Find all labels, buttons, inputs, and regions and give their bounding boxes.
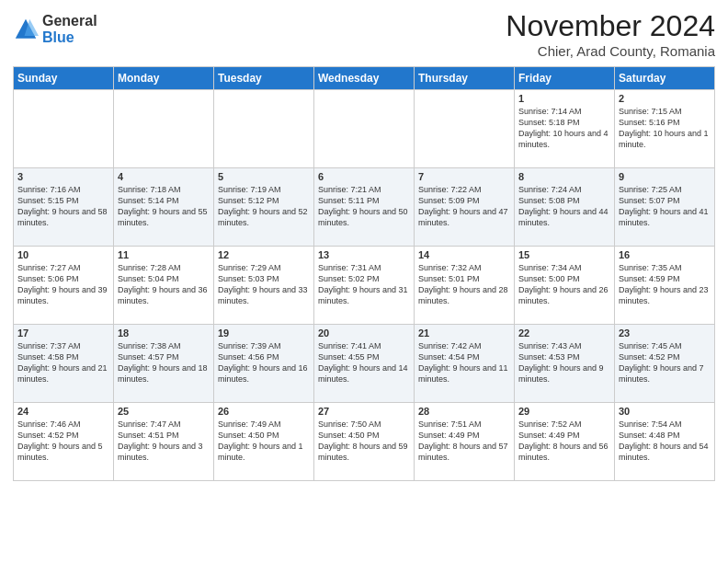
- day-number: 19: [218, 327, 310, 339]
- calendar-cell: [314, 90, 415, 168]
- header-tuesday: Tuesday: [214, 67, 314, 90]
- calendar-cell: 4Sunrise: 7:18 AM Sunset: 5:14 PM Daylig…: [114, 168, 214, 247]
- header-wednesday: Wednesday: [314, 67, 415, 90]
- day-info: Sunrise: 7:51 AM Sunset: 4:49 PM Dayligh…: [418, 419, 510, 464]
- calendar-cell: 13Sunrise: 7:31 AM Sunset: 5:02 PM Dayli…: [314, 247, 415, 325]
- day-info: Sunrise: 7:22 AM Sunset: 5:09 PM Dayligh…: [418, 184, 510, 229]
- day-number: 28: [418, 406, 510, 417]
- header-saturday: Saturday: [615, 67, 715, 90]
- calendar-cell: 7Sunrise: 7:22 AM Sunset: 5:09 PM Daylig…: [415, 168, 515, 247]
- day-number: 1: [518, 93, 610, 104]
- day-info: Sunrise: 7:25 AM Sunset: 5:07 PM Dayligh…: [619, 184, 711, 229]
- day-info: Sunrise: 7:28 AM Sunset: 5:04 PM Dayligh…: [118, 262, 210, 307]
- logo: General Blue: [13, 13, 97, 45]
- calendar-cell: 29Sunrise: 7:52 AM Sunset: 4:49 PM Dayli…: [515, 403, 615, 481]
- calendar-cell: 9Sunrise: 7:25 AM Sunset: 5:07 PM Daylig…: [615, 168, 715, 247]
- day-number: 29: [518, 406, 610, 417]
- calendar-cell: 21Sunrise: 7:42 AM Sunset: 4:54 PM Dayli…: [415, 325, 515, 403]
- calendar-cell: [14, 90, 114, 168]
- day-number: 14: [418, 249, 510, 260]
- calendar-cell: 30Sunrise: 7:54 AM Sunset: 4:48 PM Dayli…: [615, 403, 715, 481]
- calendar-cell: 10Sunrise: 7:27 AM Sunset: 5:06 PM Dayli…: [14, 247, 114, 325]
- page-container: General Blue November 2024 Chier, Arad C…: [0, 0, 728, 563]
- day-number: 21: [418, 327, 510, 339]
- logo-icon: [13, 17, 39, 42]
- calendar-cell: 23Sunrise: 7:45 AM Sunset: 4:52 PM Dayli…: [615, 325, 715, 403]
- day-number: 15: [518, 249, 610, 260]
- day-number: 13: [318, 249, 410, 260]
- day-number: 17: [17, 327, 109, 339]
- calendar-cell: 26Sunrise: 7:49 AM Sunset: 4:50 PM Dayli…: [214, 403, 314, 481]
- calendar-week-row: 10Sunrise: 7:27 AM Sunset: 5:06 PM Dayli…: [14, 247, 715, 325]
- day-info: Sunrise: 7:14 AM Sunset: 5:18 PM Dayligh…: [518, 106, 610, 151]
- logo-general: General: [42, 13, 97, 29]
- day-info: Sunrise: 7:31 AM Sunset: 5:02 PM Dayligh…: [318, 262, 410, 307]
- day-info: Sunrise: 7:39 AM Sunset: 4:56 PM Dayligh…: [218, 340, 310, 385]
- day-info: Sunrise: 7:34 AM Sunset: 5:00 PM Dayligh…: [518, 262, 610, 307]
- calendar-cell: 5Sunrise: 7:19 AM Sunset: 5:12 PM Daylig…: [214, 168, 314, 247]
- calendar-cell: 1Sunrise: 7:14 AM Sunset: 5:18 PM Daylig…: [515, 90, 615, 168]
- day-info: Sunrise: 7:37 AM Sunset: 4:58 PM Dayligh…: [17, 340, 109, 385]
- day-info: Sunrise: 7:35 AM Sunset: 4:59 PM Dayligh…: [619, 262, 711, 307]
- day-number: 7: [418, 171, 510, 182]
- day-info: Sunrise: 7:18 AM Sunset: 5:14 PM Dayligh…: [118, 184, 210, 229]
- day-number: 30: [619, 406, 711, 417]
- calendar-cell: 12Sunrise: 7:29 AM Sunset: 5:03 PM Dayli…: [214, 247, 314, 325]
- calendar-cell: 28Sunrise: 7:51 AM Sunset: 4:49 PM Dayli…: [415, 403, 515, 481]
- day-number: 12: [218, 249, 310, 260]
- day-number: 20: [318, 327, 410, 339]
- day-info: Sunrise: 7:42 AM Sunset: 4:54 PM Dayligh…: [418, 340, 510, 385]
- day-number: 23: [619, 327, 711, 339]
- day-info: Sunrise: 7:15 AM Sunset: 5:16 PM Dayligh…: [619, 106, 711, 151]
- day-info: Sunrise: 7:41 AM Sunset: 4:55 PM Dayligh…: [318, 340, 410, 385]
- subtitle: Chier, Arad County, Romania: [506, 43, 715, 59]
- header-thursday: Thursday: [415, 67, 515, 90]
- calendar-week-row: 1Sunrise: 7:14 AM Sunset: 5:18 PM Daylig…: [14, 90, 715, 168]
- day-info: Sunrise: 7:49 AM Sunset: 4:50 PM Dayligh…: [218, 419, 310, 464]
- day-number: 5: [218, 171, 310, 182]
- calendar-cell: 24Sunrise: 7:46 AM Sunset: 4:52 PM Dayli…: [14, 403, 114, 481]
- header-friday: Friday: [515, 67, 615, 90]
- day-info: Sunrise: 7:43 AM Sunset: 4:53 PM Dayligh…: [518, 340, 610, 385]
- day-number: 24: [17, 406, 109, 417]
- calendar-week-row: 17Sunrise: 7:37 AM Sunset: 4:58 PM Dayli…: [14, 325, 715, 403]
- day-number: 27: [318, 406, 410, 417]
- header-area: General Blue November 2024 Chier, Arad C…: [13, 9, 715, 59]
- calendar-cell: 8Sunrise: 7:24 AM Sunset: 5:08 PM Daylig…: [515, 168, 615, 247]
- calendar-cell: 15Sunrise: 7:34 AM Sunset: 5:00 PM Dayli…: [515, 247, 615, 325]
- calendar-cell: 11Sunrise: 7:28 AM Sunset: 5:04 PM Dayli…: [114, 247, 214, 325]
- calendar-cell: [114, 90, 214, 168]
- calendar-cell: 3Sunrise: 7:16 AM Sunset: 5:15 PM Daylig…: [14, 168, 114, 247]
- calendar-cell: [415, 90, 515, 168]
- calendar-cell: 16Sunrise: 7:35 AM Sunset: 4:59 PM Dayli…: [615, 247, 715, 325]
- day-info: Sunrise: 7:27 AM Sunset: 5:06 PM Dayligh…: [17, 262, 109, 307]
- main-title: November 2024: [506, 9, 715, 43]
- day-info: Sunrise: 7:16 AM Sunset: 5:15 PM Dayligh…: [17, 184, 109, 229]
- header-monday: Monday: [114, 67, 214, 90]
- day-number: 2: [619, 93, 711, 104]
- calendar-cell: 27Sunrise: 7:50 AM Sunset: 4:50 PM Dayli…: [314, 403, 415, 481]
- day-number: 3: [17, 171, 109, 182]
- day-info: Sunrise: 7:52 AM Sunset: 4:49 PM Dayligh…: [518, 419, 610, 464]
- day-info: Sunrise: 7:32 AM Sunset: 5:01 PM Dayligh…: [418, 262, 510, 307]
- day-info: Sunrise: 7:46 AM Sunset: 4:52 PM Dayligh…: [17, 419, 109, 464]
- calendar-week-row: 24Sunrise: 7:46 AM Sunset: 4:52 PM Dayli…: [14, 403, 715, 481]
- calendar-cell: 20Sunrise: 7:41 AM Sunset: 4:55 PM Dayli…: [314, 325, 415, 403]
- day-info: Sunrise: 7:24 AM Sunset: 5:08 PM Dayligh…: [518, 184, 610, 229]
- calendar-cell: 6Sunrise: 7:21 AM Sunset: 5:11 PM Daylig…: [314, 168, 415, 247]
- header-sunday: Sunday: [14, 67, 114, 90]
- calendar-cell: 18Sunrise: 7:38 AM Sunset: 4:57 PM Dayli…: [114, 325, 214, 403]
- day-info: Sunrise: 7:45 AM Sunset: 4:52 PM Dayligh…: [619, 340, 711, 385]
- day-info: Sunrise: 7:29 AM Sunset: 5:03 PM Dayligh…: [218, 262, 310, 307]
- day-info: Sunrise: 7:38 AM Sunset: 4:57 PM Dayligh…: [118, 340, 210, 385]
- day-number: 16: [619, 249, 711, 260]
- day-number: 25: [118, 406, 210, 417]
- calendar-cell: 14Sunrise: 7:32 AM Sunset: 5:01 PM Dayli…: [415, 247, 515, 325]
- calendar-header-row: Sunday Monday Tuesday Wednesday Thursday…: [14, 67, 715, 90]
- day-number: 11: [118, 249, 210, 260]
- calendar-cell: 17Sunrise: 7:37 AM Sunset: 4:58 PM Dayli…: [14, 325, 114, 403]
- calendar-cell: 25Sunrise: 7:47 AM Sunset: 4:51 PM Dayli…: [114, 403, 214, 481]
- day-number: 9: [619, 171, 711, 182]
- day-number: 6: [318, 171, 410, 182]
- day-info: Sunrise: 7:19 AM Sunset: 5:12 PM Dayligh…: [218, 184, 310, 229]
